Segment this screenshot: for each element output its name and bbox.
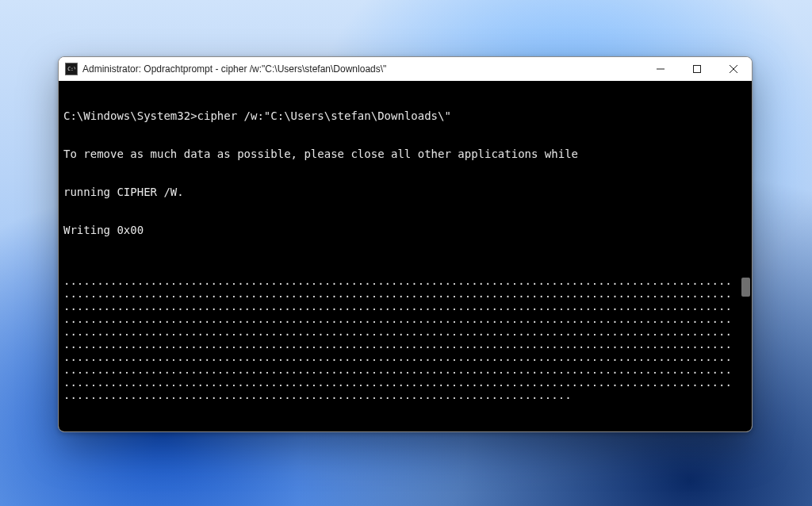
terminal-line: To remove as much data as possible, plea… <box>63 148 734 160</box>
terminal-progress-dots: ........................................… <box>63 287 734 300</box>
terminal-progress-dots: ........................................… <box>63 312 734 325</box>
terminal-progress-dots: ........................................… <box>63 300 734 312</box>
terminal-progress-dots: ........................................… <box>63 351 734 363</box>
terminal-line: running CIPHER /W. <box>63 186 734 198</box>
scrollbar-thumb[interactable] <box>741 278 750 297</box>
close-button[interactable] <box>715 57 752 81</box>
command-prompt-window: C:\ Administrator: Opdrachtprompt - ciph… <box>58 56 753 432</box>
terminal-progress-dots: ........................................… <box>63 376 734 389</box>
svg-text:C:\: C:\ <box>67 66 75 72</box>
maximize-button[interactable] <box>679 57 715 81</box>
svg-rect-2 <box>694 66 701 73</box>
terminal-progress-dots: ........................................… <box>63 389 734 401</box>
terminal-progress-dots: ........................................… <box>63 274 734 287</box>
window-title: Administrator: Opdrachtprompt - cipher /… <box>82 63 386 75</box>
window-controls <box>642 57 752 81</box>
terminal-progress-dots: ........................................… <box>63 325 734 338</box>
window-titlebar[interactable]: C:\ Administrator: Opdrachtprompt - ciph… <box>59 57 752 81</box>
terminal-progress-dots: ........................................… <box>63 363 734 376</box>
terminal-line: Writing 0x00 <box>63 224 734 236</box>
window-client-area: C:\Windows\System32>cipher /w:"C:\Users\… <box>59 81 752 431</box>
cmd-app-icon: C:\ <box>65 63 78 75</box>
minimize-button[interactable] <box>642 57 679 81</box>
terminal-output[interactable]: C:\Windows\System32>cipher /w:"C:\Users\… <box>59 81 739 431</box>
terminal-scrollbar[interactable] <box>739 81 752 431</box>
terminal-progress-dots: ........................................… <box>63 338 734 351</box>
terminal-line: C:\Windows\System32>cipher /w:"C:\Users\… <box>63 109 734 122</box>
